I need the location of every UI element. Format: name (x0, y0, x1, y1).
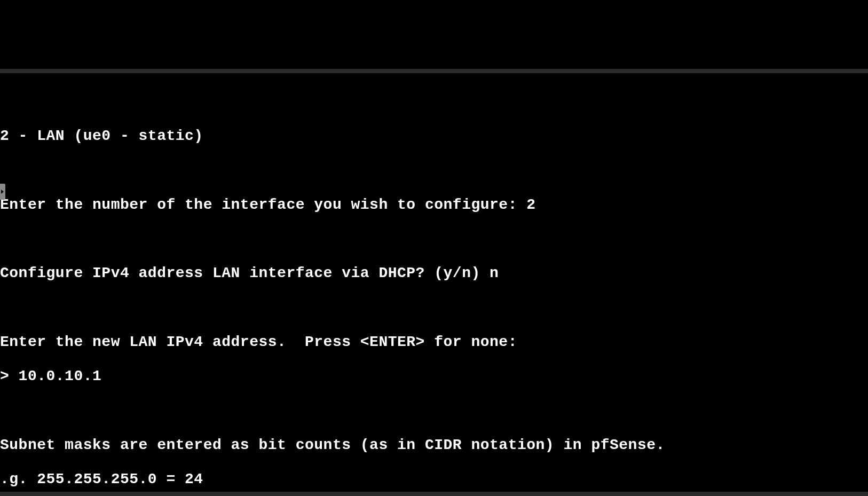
terminal-line: Configure IPv4 address LAN interface via… (0, 265, 868, 282)
terminal-line (0, 300, 868, 317)
terminal-output[interactable]: 2 - LAN (ue0 - static) Enter the number … (0, 107, 868, 496)
terminal-line (0, 231, 868, 248)
terminal-line: Enter the number of the interface you wi… (0, 196, 868, 214)
terminal-line: .g. 255.255.255.0 = 24 (0, 471, 868, 488)
panel-expand-handle[interactable] (0, 184, 5, 200)
terminal-line (0, 162, 868, 179)
terminal-line: > 10.0.10.1 (0, 368, 868, 385)
terminal-line (0, 403, 868, 420)
window-top-border (0, 69, 868, 73)
terminal-line: Enter the new LAN IPv4 address. Press <E… (0, 334, 868, 351)
terminal-line: Subnet masks are entered as bit counts (… (0, 437, 868, 454)
terminal-line: 2 - LAN (ue0 - static) (0, 128, 868, 145)
window-bottom-border (0, 492, 868, 496)
